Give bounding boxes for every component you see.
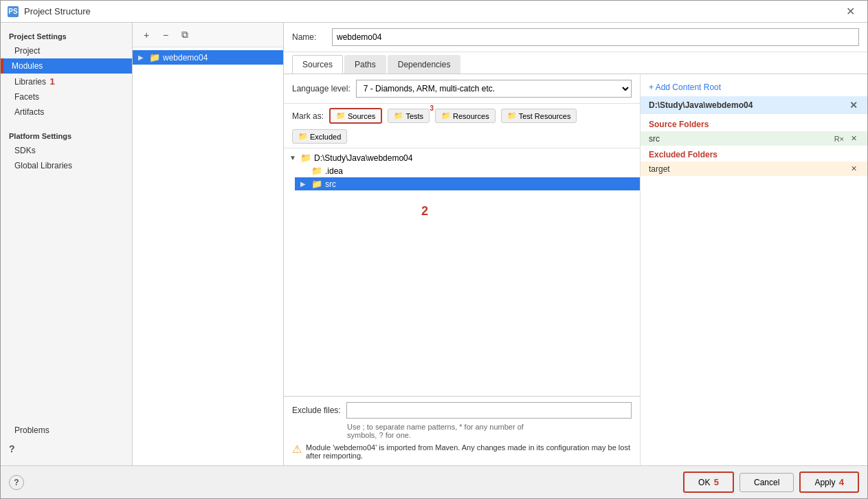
tab-paths[interactable]: Paths bbox=[344, 55, 386, 74]
warning-text: Module 'webdemo04' is imported from Mave… bbox=[306, 443, 632, 460]
tests-badge: 3 bbox=[430, 104, 434, 112]
sources-folder-icon: 📁 bbox=[336, 111, 346, 120]
mark-excluded-button[interactable]: 📁 Excluded bbox=[292, 129, 347, 144]
file-tree-area: ▼ 📁 D:\Study\Java\webdemo04 📁 .idea bbox=[284, 148, 640, 396]
add-content-root-button[interactable]: + Add Content Root bbox=[641, 80, 867, 95]
help-circle-button[interactable]: ? bbox=[9, 475, 24, 490]
tabs-bar: Sources Paths Dependencies bbox=[284, 52, 867, 74]
mark-sources-wrap: 📁 Sources bbox=[329, 108, 382, 124]
mark-as-row: Mark as: 📁 Sources bbox=[284, 104, 640, 148]
name-label: Name: bbox=[292, 32, 326, 42]
sidebar-item-project[interactable]: Project bbox=[1, 43, 132, 58]
source-folders-header: Source Folders bbox=[641, 115, 867, 131]
mark-excluded-wrap: 📁 Excluded bbox=[292, 129, 347, 144]
remove-module-button[interactable]: − bbox=[157, 27, 174, 43]
exclude-files-input[interactable] bbox=[346, 402, 632, 419]
sidebar-item-problems[interactable]: Problems bbox=[1, 423, 132, 438]
content-root-header: D:\Study\Java\webdemo04 ✕ bbox=[641, 96, 867, 114]
app-icon: PS bbox=[8, 6, 19, 17]
sidebar-item-libraries[interactable]: Libraries 1 bbox=[1, 74, 132, 89]
exclude-files-row: Exclude files: bbox=[292, 402, 632, 419]
root-folder-icon: 📁 bbox=[300, 153, 311, 163]
mark-tests-wrap: 📁 Tests 3 bbox=[388, 109, 430, 123]
ftree-idea[interactable]: 📁 .idea bbox=[295, 164, 640, 177]
project-settings-header: Project Settings bbox=[1, 28, 132, 43]
tests-folder-icon: 📁 bbox=[394, 111, 403, 120]
source-folder-remove-button[interactable]: ✕ bbox=[849, 133, 859, 144]
sidebar-item-global-libraries[interactable]: Global Libraries bbox=[1, 158, 132, 173]
help-icon: ? bbox=[9, 443, 15, 454]
mark-tests-button[interactable]: 📁 Tests bbox=[388, 109, 430, 123]
module-tree: ▶ 📁 webdemo04 bbox=[133, 47, 283, 465]
excluded-folder-icon: 📁 bbox=[298, 132, 308, 141]
sidebar-item-modules[interactable]: Modules bbox=[1, 58, 132, 74]
root-path-right: D:\Study\Java\webdemo04 bbox=[649, 100, 753, 110]
name-input[interactable] bbox=[332, 28, 859, 46]
module-tree-item-webdemo04[interactable]: ▶ 📁 webdemo04 bbox=[133, 50, 283, 65]
test-resources-folder-icon: 📁 bbox=[507, 111, 517, 120]
add-module-button[interactable]: + bbox=[138, 27, 155, 43]
close-button[interactable]: ✕ bbox=[841, 2, 860, 21]
title-bar-left: PS Project Structure bbox=[8, 6, 91, 17]
help-button[interactable]: ? bbox=[1, 438, 132, 460]
close-root-button[interactable]: ✕ bbox=[848, 100, 859, 111]
mark-resources-button[interactable]: 📁 Resources bbox=[435, 109, 496, 123]
mark-tests-label: Tests bbox=[405, 112, 423, 120]
expand-arrow-icon: ▶ bbox=[138, 54, 146, 61]
module-panel: + − ⧉ ▶ 📁 webdemo04 bbox=[133, 23, 284, 465]
source-folder-edit-button[interactable]: R× bbox=[832, 134, 846, 144]
apply-button[interactable]: Apply 4 bbox=[799, 472, 859, 493]
resources-folder-icon: 📁 bbox=[441, 111, 451, 120]
mark-sources-button[interactable]: 📁 Sources bbox=[329, 108, 382, 124]
source-folder-item: src R× ✕ bbox=[641, 131, 867, 146]
module-folder-icon: 📁 bbox=[149, 52, 160, 63]
bottom-area: Exclude files: Use ; to separate name pa… bbox=[284, 396, 640, 465]
tab-sources[interactable]: Sources bbox=[292, 55, 343, 74]
ok-button[interactable]: OK 5 bbox=[683, 472, 734, 493]
mark-sources-label: Sources bbox=[348, 112, 375, 120]
src-arrow-icon: ▶ bbox=[300, 180, 309, 188]
lang-level-select[interactable]: 7 - Diamonds, ARM, multi-catch etc. bbox=[356, 80, 632, 98]
mark-test-resources-button[interactable]: 📁 Test Resources bbox=[501, 109, 577, 123]
annotation-2: 2 bbox=[421, 204, 640, 219]
src-folder-icon: 📁 bbox=[311, 179, 322, 189]
mark-resources-wrap: 📁 Resources bbox=[435, 109, 496, 123]
tab-content-sources: Language level: 7 - Diamonds, ARM, multi… bbox=[284, 74, 867, 465]
excluded-folder-remove-button[interactable]: ✕ bbox=[849, 164, 859, 174]
mark-as-label: Mark as: bbox=[292, 111, 324, 121]
idea-label: .idea bbox=[325, 166, 343, 176]
sidebar-item-sdks[interactable]: SDKs bbox=[1, 143, 132, 158]
apply-badge: 4 bbox=[839, 477, 844, 487]
apply-label: Apply bbox=[814, 478, 835, 487]
src-label: src bbox=[325, 179, 336, 189]
mark-test-resources-label: Test Resources bbox=[519, 112, 571, 120]
copy-module-button[interactable]: ⧉ bbox=[177, 27, 193, 43]
excluded-folder-label: target bbox=[649, 164, 670, 174]
exclude-hint: Use ; to separate name patterns, * for a… bbox=[292, 423, 632, 439]
tab-dependencies[interactable]: Dependencies bbox=[388, 55, 461, 74]
sidebar-item-artifacts[interactable]: Artifacts bbox=[1, 104, 132, 120]
root-arrow-icon: ▼ bbox=[289, 154, 298, 162]
excluded-folder-item: target ✕ bbox=[641, 162, 867, 176]
lang-level-label: Language level: bbox=[292, 84, 350, 93]
sources-right: + Add Content Root D:\Study\Java\webdemo… bbox=[641, 74, 867, 465]
sources-panel: Language level: 7 - Diamonds, ARM, multi… bbox=[284, 74, 867, 465]
ok-badge: 5 bbox=[714, 477, 719, 487]
excluded-folder-actions: ✕ bbox=[849, 164, 859, 174]
window-title: Project Structure bbox=[24, 6, 91, 16]
source-folder-label: src bbox=[649, 134, 660, 144]
warning-row: ⚠ Module 'webdemo04' is imported from Ma… bbox=[292, 443, 632, 460]
mark-excluded-label: Excluded bbox=[310, 133, 341, 141]
mark-test-resources-wrap: 📁 Test Resources bbox=[501, 109, 577, 123]
ftree-root[interactable]: ▼ 📁 D:\Study\Java\webdemo04 bbox=[284, 151, 640, 164]
platform-settings-header: Platform Settings bbox=[1, 128, 132, 143]
sidebar-item-facets[interactable]: Facets bbox=[1, 89, 132, 104]
project-structure-dialog: PS Project Structure ✕ Project Settings … bbox=[0, 0, 868, 499]
ftree-src[interactable]: ▶ 📁 src bbox=[295, 177, 640, 190]
name-row: Name: bbox=[284, 23, 867, 52]
excluded-folders-header: Excluded Folders bbox=[641, 146, 867, 162]
ok-label: OK bbox=[698, 478, 710, 487]
libraries-badge: 1 bbox=[49, 76, 54, 87]
cancel-button[interactable]: Cancel bbox=[739, 473, 794, 492]
footer-left: ? bbox=[9, 475, 24, 490]
